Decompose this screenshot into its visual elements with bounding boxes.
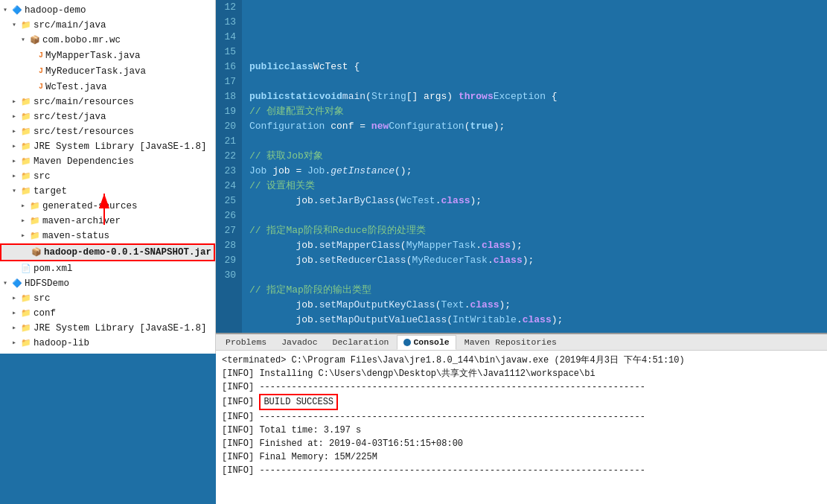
- folder-icon: 📁: [21, 170, 31, 183]
- tree-item-HDFSDemo[interactable]: 🔷HDFSDemo: [0, 276, 215, 291]
- line-number: 22: [222, 149, 236, 164]
- code-line: [249, 208, 820, 223]
- code-line: // 创建配置文件对象: [249, 104, 820, 119]
- line-number: 25: [222, 194, 236, 208]
- tree-item-label: pom.xml: [33, 262, 73, 275]
- tree-item-label: target: [33, 185, 67, 198]
- code-line: job.setMapperClass(MyMapperTask.class);: [249, 238, 820, 253]
- tree-item-hadoop-demo[interactable]: 🔷hadoop-demo: [0, 3, 215, 18]
- project-icon: 🔷: [12, 277, 22, 290]
- folder-icon: 📁: [21, 322, 31, 335]
- folder-icon: 📁: [21, 140, 31, 153]
- tree-item-label: src: [33, 292, 51, 305]
- tree-item-src[interactable]: 📁src: [0, 169, 215, 184]
- console-line: [INFO] BUILD SUCCESS: [222, 394, 821, 410]
- tree-item-src2[interactable]: 📁src: [0, 291, 215, 306]
- tree-arrow: [3, 277, 10, 290]
- console-line: [INFO] Final Memory: 15M/225M: [222, 450, 821, 464]
- tree-item-label: JRE System Library [JavaSE-1.8]: [33, 140, 207, 153]
- tree-item-MyMapperTask[interactable]: JMyMapperTask.java: [0, 48, 215, 63]
- package-icon: 📦: [30, 34, 40, 47]
- tree-arrow: [12, 322, 19, 335]
- tree-item-label: MyReducerTask.java: [45, 65, 146, 78]
- tree-item-maven-archiver[interactable]: 📁maven-archiver: [0, 214, 215, 229]
- tree-arrow: [12, 292, 19, 305]
- line-number: 18: [222, 89, 236, 104]
- tab-console[interactable]: Console: [397, 335, 456, 350]
- code-content: public class WcTest { public static void…: [242, 0, 827, 333]
- code-line: [249, 74, 820, 89]
- tree-item-jre-system[interactable]: 📁JRE System Library [JavaSE-1.8]: [0, 139, 215, 154]
- tree-item-label: Maven Dependencies: [33, 155, 134, 168]
- java-icon: J: [39, 48, 43, 63]
- tree-item-src-test-java[interactable]: 📁src/test/java: [0, 109, 215, 124]
- tree-arrow: [12, 185, 19, 198]
- tab-javadoc[interactable]: Javadoc: [275, 335, 324, 350]
- console-line: [INFO] Total time: 3.197 s: [222, 424, 821, 437]
- tree-arrow: [12, 336, 19, 350]
- tree-item-label: src/test/java: [33, 110, 106, 124]
- tree-item-MyReducerTask[interactable]: JMyReducerTask.java: [0, 63, 215, 79]
- tree-item-target[interactable]: 📁target: [0, 184, 215, 199]
- tree-item-maven-status[interactable]: 📁maven-status: [0, 229, 215, 243]
- tree-arrow: [12, 95, 19, 109]
- line-numbers: 12131415161718192021222324252627282930: [216, 0, 242, 333]
- code-line: [249, 268, 820, 283]
- line-number: 28: [222, 238, 236, 253]
- folder-icon: 📁: [21, 155, 31, 168]
- tree-item-label: src: [33, 170, 51, 183]
- tab-declaration[interactable]: Declaration: [326, 335, 396, 350]
- code-line: public class WcTest {: [249, 60, 820, 74]
- folder-icon: 📁: [21, 307, 31, 320]
- tree-item-label: com.bobo.mr.wc: [42, 34, 121, 47]
- tree-item-generated-sources[interactable]: 📁generated-sources: [0, 199, 215, 214]
- tree-item-label: generated-sources: [42, 200, 138, 213]
- tab-maven-repositories[interactable]: Maven Repositories: [458, 335, 563, 350]
- tree-item-label: hadoop-demo: [25, 4, 86, 17]
- line-number: 13: [222, 15, 236, 30]
- tree-item-hadoop-jar[interactable]: 📦hadoop-demo-0.0.1-SNAPSHOT.jar: [0, 243, 215, 261]
- tree-item-WcTest[interactable]: JWcTest.java: [0, 79, 215, 95]
- line-number: 21: [222, 134, 236, 149]
- tree-item-label: conf: [33, 307, 56, 320]
- tree-item-src-test-resources[interactable]: 📁src/test/resources: [0, 124, 215, 139]
- code-line: job.setMapOutputValueClass(IntWritable.c…: [249, 313, 820, 328]
- folder-icon: 📁: [21, 185, 31, 198]
- tree-item-src-main-java[interactable]: 📁src/main/java: [0, 18, 215, 33]
- tree-item-com-bobo-mr-wc[interactable]: 📦com.bobo.mr.wc: [0, 33, 215, 48]
- line-number: 12: [222, 0, 236, 15]
- tree-item-label: src/main/java: [33, 19, 106, 32]
- right-panel: 12131415161718192021222324252627282930 p…: [216, 0, 827, 504]
- tree-item-src-main-resources[interactable]: 📁src/main/resources: [0, 95, 215, 109]
- tree-item-jre-system2[interactable]: 📁JRE System Library [JavaSE-1.8]: [0, 321, 215, 336]
- folder-icon: 📁: [30, 229, 40, 243]
- tree-arrow: [21, 200, 28, 213]
- bottom-panel: ProblemsJavadocDeclarationConsoleMaven R…: [216, 333, 827, 504]
- line-number: 27: [222, 223, 236, 238]
- code-line: Configuration conf = new Configuration(t…: [249, 119, 820, 134]
- xml-icon: 📄: [21, 262, 31, 275]
- tree-item-maven-deps[interactable]: 📁Maven Dependencies: [0, 154, 215, 169]
- code-editor[interactable]: 12131415161718192021222324252627282930 p…: [216, 0, 827, 333]
- tree-arrow: [21, 34, 28, 47]
- tree-arrow: [12, 170, 19, 183]
- console-dot-icon: [403, 339, 411, 346]
- tab-problems[interactable]: Problems: [219, 335, 273, 350]
- folder-icon: 📁: [30, 214, 40, 228]
- build-success-badge: BUILD SUCCESS: [259, 394, 338, 410]
- code-line: [249, 45, 820, 60]
- tree-item-pom-xml[interactable]: 📄pom.xml: [0, 261, 215, 276]
- tree-item-hadoop-lib[interactable]: 📁hadoop-lib: [0, 336, 215, 351]
- folder-icon: 📁: [21, 19, 31, 32]
- code-line: job.setJarByClass(WcTest.class);: [249, 194, 820, 208]
- tree-arrow: [12, 19, 19, 32]
- line-number: 26: [222, 208, 236, 223]
- tree-item-label: hadoop-lib: [33, 336, 89, 350]
- folder-icon: 📁: [21, 110, 31, 124]
- tab-label: Maven Repositories: [464, 337, 557, 347]
- tree-item-conf[interactable]: 📁conf: [0, 306, 215, 321]
- jar-icon: 📦: [31, 246, 42, 259]
- code-line: job.setReducerClass(MyReducerTask.class)…: [249, 253, 820, 268]
- line-number: 30: [222, 268, 236, 283]
- tree-arrow: [12, 307, 19, 320]
